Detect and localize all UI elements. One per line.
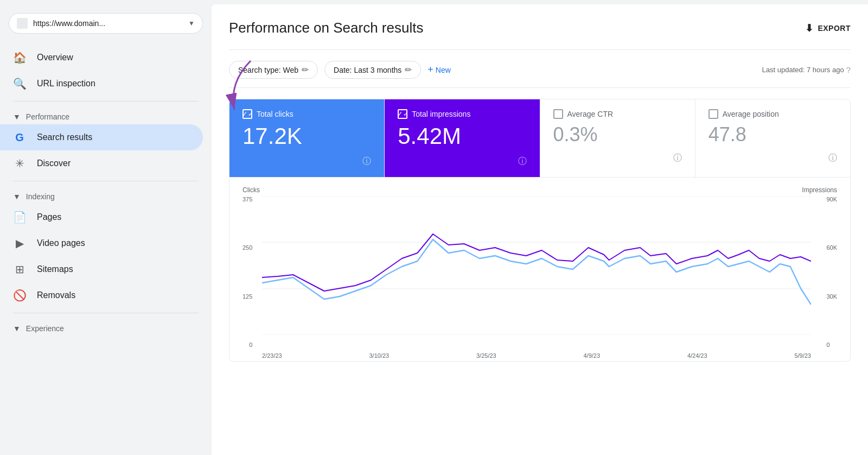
metric-label: Average CTR — [567, 110, 614, 118]
question-circle-icon: ⓘ — [518, 156, 527, 167]
metrics-row: ✓ Total clicks 17.2K ⓘ ✓ Total impressio… — [229, 99, 851, 178]
metrics-section: ✓ Total clicks 17.2K ⓘ ✓ Total impressio… — [229, 99, 851, 178]
sidebar-item-label: Removals — [37, 290, 75, 300]
chart-inner — [262, 196, 811, 335]
metric-footer: ⓘ — [242, 156, 371, 167]
y-label: 90K — [826, 196, 837, 203]
metric-average-ctr[interactable]: Average CTR 0.3% ⓘ — [540, 99, 695, 177]
metric-label: Total impressions — [412, 110, 470, 118]
y-label: 125 — [242, 293, 252, 300]
metric-footer: ⓘ — [553, 153, 682, 164]
sidebar-item-removals[interactable]: 🚫 Removals — [0, 282, 203, 308]
search-icon: 🔍 — [13, 77, 26, 90]
sidebar-item-search-results[interactable]: G Search results — [0, 124, 203, 150]
domain-favicon — [17, 18, 28, 29]
experience-section-header[interactable]: ▼ Experience — [0, 318, 212, 336]
metric-total-impressions[interactable]: ✓ Total impressions 5.42M ⓘ — [385, 99, 540, 177]
left-axis-label: Clicks — [242, 186, 260, 194]
metric-value: 0.3% — [553, 123, 682, 146]
performance-section-header[interactable]: ▼ Performance — [0, 106, 212, 124]
filter-bar: Search type: Web ✏ Date: Last 3 months ✏… — [229, 61, 851, 88]
y-axis-right: 90K 60K 30K 0 — [822, 196, 837, 348]
date-filter[interactable]: Date: Last 3 months ✏ — [324, 61, 421, 79]
metric-header: ✓ Total clicks — [242, 109, 371, 119]
x-label: 5/9/23 — [794, 352, 811, 359]
export-label: EXPORT — [818, 24, 851, 33]
sitemaps-icon: ⊞ — [13, 263, 26, 276]
search-type-label: Search type: Web — [238, 66, 298, 74]
section-label: Experience — [26, 324, 64, 333]
y-label: 0 — [826, 342, 829, 348]
discover-icon: ✳ — [13, 157, 26, 170]
sidebar-item-discover[interactable]: ✳ Discover — [0, 150, 203, 176]
download-icon: ⬇ — [805, 22, 814, 34]
divider-2 — [13, 181, 199, 181]
x-label: 2/23/23 — [262, 352, 282, 359]
domain-selector[interactable]: https://www.domain... ▼ — [9, 13, 203, 34]
export-button[interactable]: ⬇ EXPORT — [805, 22, 851, 34]
divider — [13, 101, 199, 102]
question-circle-icon: ⓘ — [673, 153, 682, 164]
chart-svg — [262, 196, 811, 335]
section-label: Performance — [26, 112, 69, 121]
pages-icon: 📄 — [13, 211, 26, 224]
y-label: 250 — [242, 244, 252, 251]
checkbox-icon: ✓ — [242, 109, 252, 119]
metric-footer: ⓘ — [709, 153, 837, 164]
metric-label: Average position — [723, 110, 779, 118]
question-circle-icon: ⓘ — [828, 153, 837, 164]
sidebar: https://www.domain... ▼ 🏠 Overview 🔍 URL… — [0, 0, 212, 455]
checkbox-icon — [709, 109, 718, 119]
sidebar-item-pages[interactable]: 📄 Pages — [0, 204, 203, 230]
google-g-icon: G — [13, 131, 26, 144]
edit-icon: ✏ — [302, 65, 309, 75]
page-title: Performance on Search results — [229, 20, 423, 36]
question-circle-icon: ⓘ — [362, 156, 371, 167]
sidebar-item-label: Sitemaps — [37, 264, 73, 274]
new-label: New — [436, 66, 451, 74]
search-type-filter[interactable]: Search type: Web ✏ — [229, 61, 318, 79]
page-header: Performance on Search results ⬇ EXPORT — [229, 20, 851, 36]
chart-container: Clicks Impressions 375 250 125 0 90K 60K… — [229, 178, 851, 362]
chevron-down-icon: ▼ — [188, 20, 195, 27]
metric-header: ✓ Total impressions — [398, 109, 526, 119]
metric-value: 5.42M — [398, 123, 526, 149]
metric-value: 47.8 — [709, 123, 837, 146]
date-label: Date: Last 3 months — [334, 66, 401, 74]
new-button[interactable]: + New — [427, 64, 451, 75]
plus-icon: + — [427, 64, 433, 75]
chart-area: 375 250 125 0 90K 60K 30K 0 — [242, 196, 837, 348]
checkbox-icon: ✓ — [398, 109, 407, 119]
metric-header: Average CTR — [553, 109, 682, 119]
sidebar-item-url-inspection[interactable]: 🔍 URL inspection — [0, 71, 203, 97]
sidebar-item-overview[interactable]: 🏠 Overview — [0, 45, 203, 71]
sidebar-item-sitemaps[interactable]: ⊞ Sitemaps — [0, 256, 203, 282]
sidebar-item-label: URL inspection — [37, 79, 95, 89]
collapse-icon: ▼ — [13, 192, 21, 201]
metric-total-clicks[interactable]: ✓ Total clicks 17.2K ⓘ — [229, 99, 385, 177]
sidebar-item-label: Pages — [37, 212, 61, 222]
main-content: Performance on Search results ⬇ EXPORT S… — [212, 4, 868, 455]
y-label: 0 — [249, 342, 252, 348]
chart-axes-labels: Clicks Impressions — [242, 186, 837, 194]
collapse-icon: ▼ — [13, 112, 21, 121]
header-divider — [229, 49, 851, 50]
indexing-section-header[interactable]: ▼ Indexing — [0, 186, 212, 204]
home-icon: 🏠 — [13, 51, 26, 64]
y-label: 60K — [826, 244, 837, 251]
removals-icon: 🚫 — [13, 289, 26, 302]
x-label: 3/25/23 — [476, 352, 496, 359]
sidebar-item-label: Search results — [37, 132, 92, 142]
sidebar-item-video-pages[interactable]: ▶ Video pages — [0, 230, 203, 256]
last-updated-text: Last updated: 7 hours ago — [762, 66, 844, 74]
section-label: Indexing — [26, 192, 55, 201]
checkbox-icon — [553, 109, 563, 119]
sidebar-item-label: Overview — [37, 53, 73, 62]
y-label: 375 — [242, 196, 252, 203]
sidebar-item-label: Video pages — [37, 238, 85, 248]
x-label: 3/10/23 — [369, 352, 390, 359]
metric-average-position[interactable]: Average position 47.8 ⓘ — [695, 99, 850, 177]
domain-text: https://www.domain... — [33, 19, 183, 28]
metric-value: 17.2K — [242, 123, 371, 149]
collapse-icon: ▼ — [13, 324, 21, 333]
